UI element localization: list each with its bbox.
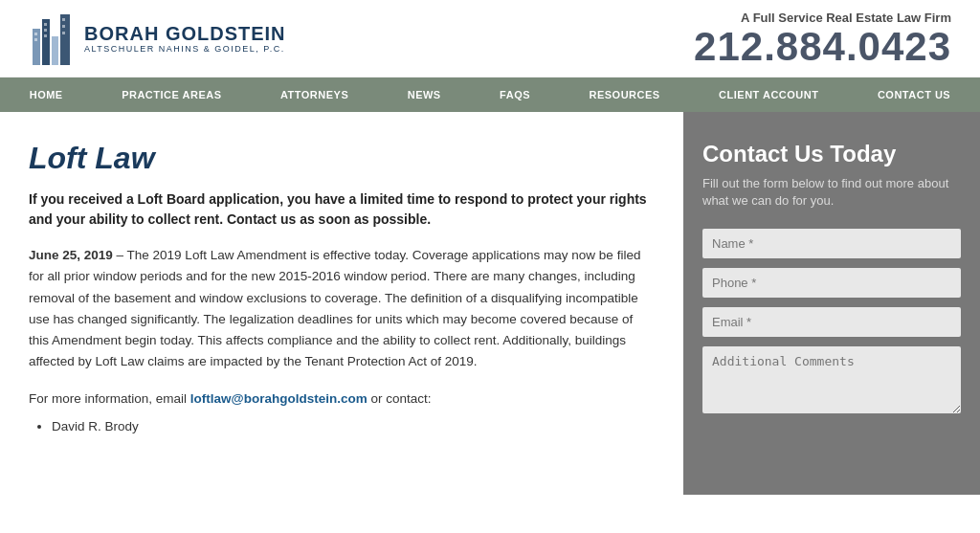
logo-area: BORAH GOLDSTEIN ALTSCHULER NAHINS & GOID… [29,10,286,67]
article-date: June 25, 2019 [29,248,113,262]
phone-field-wrapper [702,268,961,298]
nav-practice-areas[interactable]: PRACTICE AREAS [112,78,231,112]
logo-icon [29,10,75,67]
svg-rect-7 [44,29,47,32]
svg-rect-6 [44,23,47,26]
list-item: David R. Brody [52,419,655,433]
more-info: For more information, email loftlaw@bora… [29,389,655,410]
logo-name: BORAH GOLDSTEIN [84,23,286,44]
svg-rect-3 [60,14,70,65]
svg-rect-2 [52,36,58,65]
name-input[interactable] [702,229,961,258]
nav-client-account[interactable]: CLIENT ACCOUNT [709,78,828,112]
nav-resources[interactable]: RESOURCES [579,78,669,112]
nav: HOME PRACTICE AREAS ATTORNEYS NEWS FAQS … [0,78,980,112]
header-tagline: A Full Service Real Estate Law Firm [694,11,951,25]
header-right: A Full Service Real Estate Law Firm 212.… [694,11,951,67]
sidebar-title: Contact Us Today [702,141,961,167]
phone-input[interactable] [702,268,961,298]
article-text: June 25, 2019 – The 2019 Loft Law Amendm… [29,245,655,373]
header: BORAH GOLDSTEIN ALTSCHULER NAHINS & GOID… [0,0,980,78]
contact-list: David R. Brody [52,419,655,433]
more-info-suffix: or contact: [368,391,432,406]
article-body: – The 2019 Loft Law Amendment is effecti… [29,248,640,368]
sidebar: Contact Us Today Fill out the form below… [683,112,980,495]
nav-contact-us[interactable]: CONTACT US [868,78,960,112]
content-area: Loft Law If you received a Loft Board ap… [0,112,683,495]
svg-rect-8 [44,34,47,37]
logo-sub: ALTSCHULER NAHINS & GOIDEL, P.C. [84,44,286,54]
nav-home[interactable]: HOME [20,78,73,112]
name-field-wrapper [702,229,961,258]
svg-rect-10 [62,25,65,28]
nav-attorneys[interactable]: ATTORNEYS [271,78,358,112]
page-title: Loft Law [29,141,655,176]
email-link[interactable]: loftlaw@borahgoldstein.com [190,391,368,406]
svg-rect-5 [34,38,37,41]
nav-faqs[interactable]: FAQS [490,78,540,112]
email-field-wrapper [702,307,961,337]
svg-rect-11 [62,32,65,34]
svg-rect-4 [34,33,37,35]
logo-text: BORAH GOLDSTEIN ALTSCHULER NAHINS & GOID… [84,23,286,54]
sidebar-subtitle: Fill out the form below to find out more… [702,175,961,210]
comments-field-wrapper [702,346,961,416]
comments-textarea[interactable] [702,346,961,413]
intro-paragraph: If you received a Loft Board application… [29,189,655,230]
more-info-text: For more information, email [29,391,190,406]
svg-rect-9 [62,18,65,21]
header-phone: 212.884.0423 [694,27,951,67]
nav-news[interactable]: NEWS [398,78,451,112]
main-content: Loft Law If you received a Loft Board ap… [0,112,980,495]
email-input[interactable] [702,307,961,337]
svg-rect-1 [42,19,50,65]
